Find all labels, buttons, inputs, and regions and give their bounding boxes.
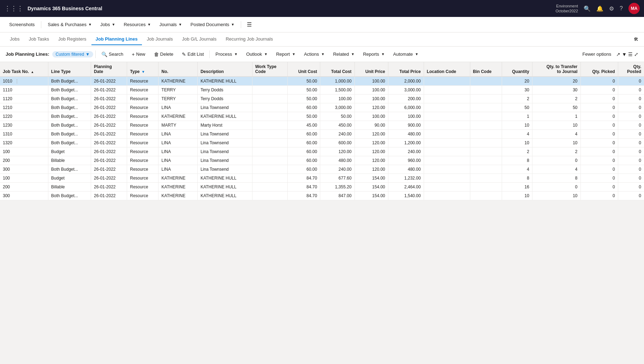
cell-9[interactable]: 100.00: [354, 112, 388, 121]
cell-11[interactable]: [424, 112, 470, 121]
col-qty-posted[interactable]: Qty. Posted: [618, 62, 644, 77]
cell-16[interactable]: 0: [618, 183, 644, 192]
cell-12[interactable]: [470, 174, 502, 183]
cell-4[interactable]: KATHERINE: [159, 183, 198, 192]
cell-0[interactable]: 1110: [0, 86, 48, 95]
cell-0[interactable]: 200: [0, 183, 48, 192]
cell-13[interactable]: 10: [502, 192, 532, 200]
cell-9[interactable]: 120.00: [354, 147, 388, 156]
cell-6[interactable]: [252, 183, 288, 192]
cell-10[interactable]: 480.00: [388, 130, 424, 139]
cell-5[interactable]: Terry Dodds: [197, 95, 252, 103]
menu-journals[interactable]: Journals ▼: [156, 20, 185, 29]
cell-16[interactable]: 0: [618, 121, 644, 130]
table-row[interactable]: 100Budget26-01-2022ResourceLINALina Town…: [0, 147, 644, 156]
cell-1[interactable]: Budget: [48, 174, 91, 183]
cell-8[interactable]: 50.00: [320, 112, 354, 121]
cell-11[interactable]: [424, 156, 470, 165]
cell-11[interactable]: [424, 147, 470, 156]
cell-9[interactable]: 154.00: [354, 174, 388, 183]
menu-sales-purchases[interactable]: Sales & Purchases ▼: [44, 20, 95, 29]
help-icon[interactable]: ?: [620, 5, 623, 12]
cell-15[interactable]: 0: [580, 121, 618, 130]
cell-4[interactable]: KATHERINE: [159, 77, 198, 86]
cell-0[interactable]: 300: [0, 165, 48, 174]
cell-3[interactable]: Resource: [127, 165, 159, 174]
cell-13[interactable]: 4: [502, 165, 532, 174]
cell-2[interactable]: 26-01-2022: [91, 139, 127, 147]
cell-1[interactable]: Billable: [48, 183, 91, 192]
cell-8[interactable]: 240.00: [320, 130, 354, 139]
cell-8[interactable]: 600.00: [320, 139, 354, 147]
cell-7[interactable]: 50.00: [288, 86, 320, 95]
subnav-jobs[interactable]: Jobs: [6, 34, 24, 45]
cell-12[interactable]: [470, 77, 502, 86]
col-planning-date[interactable]: Planning Date: [91, 62, 127, 77]
cell-13[interactable]: 10: [502, 121, 532, 130]
cell-5[interactable]: KATHERINE HULL: [197, 77, 252, 86]
cell-6[interactable]: [252, 121, 288, 130]
col-location-code[interactable]: Location Code: [424, 62, 470, 77]
cell-9[interactable]: 154.00: [354, 192, 388, 200]
cell-1[interactable]: Both Budget...: [48, 121, 91, 130]
report-button[interactable]: Report ▼: [273, 50, 299, 59]
toolbar-share-icon[interactable]: ↗: [616, 51, 620, 57]
cell-7[interactable]: 50.00: [288, 112, 320, 121]
cell-2[interactable]: 26-01-2022: [91, 95, 127, 103]
col-total-price[interactable]: Total Price: [388, 62, 424, 77]
cell-7[interactable]: 84.70: [288, 183, 320, 192]
subnav-job-gl-journals[interactable]: Job G/L Journals: [178, 34, 221, 45]
cell-15[interactable]: 0: [580, 95, 618, 103]
subnav-job-planning-lines[interactable]: Job Planning Lines: [91, 34, 142, 45]
cell-3[interactable]: Resource: [127, 156, 159, 165]
cell-4[interactable]: LINA: [159, 103, 198, 112]
cell-3[interactable]: Resource: [127, 112, 159, 121]
cell-3[interactable]: Resource: [127, 103, 159, 112]
cell-13[interactable]: 16: [502, 183, 532, 192]
cell-15[interactable]: 0: [580, 86, 618, 95]
cell-13[interactable]: 4: [502, 130, 532, 139]
col-total-cost[interactable]: Total Cost: [320, 62, 354, 77]
cell-16[interactable]: 0: [618, 112, 644, 121]
cell-4[interactable]: LINA: [159, 130, 198, 139]
cell-2[interactable]: 26-01-2022: [91, 192, 127, 200]
cell-5[interactable]: Lina Townsend: [197, 147, 252, 156]
cell-15[interactable]: 0: [580, 112, 618, 121]
cell-16[interactable]: 0: [618, 139, 644, 147]
cell-15[interactable]: 0: [580, 139, 618, 147]
cell-11[interactable]: [424, 77, 470, 86]
cell-2[interactable]: 26-01-2022: [91, 77, 127, 86]
cell-16[interactable]: 0: [618, 147, 644, 156]
cell-10[interactable]: 1,200.00: [388, 139, 424, 147]
cell-0[interactable]: 1310: [0, 130, 48, 139]
cell-9[interactable]: 120.00: [354, 103, 388, 112]
cell-1[interactable]: Both Budget...: [48, 95, 91, 103]
cell-9[interactable]: 120.00: [354, 165, 388, 174]
cell-3[interactable]: Resource: [127, 192, 159, 200]
cell-5[interactable]: Terry Dodds: [197, 86, 252, 95]
cell-16[interactable]: 0: [618, 130, 644, 139]
cell-15[interactable]: 0: [580, 192, 618, 200]
cell-12[interactable]: [470, 121, 502, 130]
cell-1[interactable]: Both Budget...: [48, 139, 91, 147]
cell-8[interactable]: 120.00: [320, 147, 354, 156]
table-row[interactable]: 1220Both Budget...26-01-2022ResourceKATH…: [0, 112, 644, 121]
cell-16[interactable]: 0: [618, 165, 644, 174]
cell-12[interactable]: [470, 165, 502, 174]
cell-1[interactable]: Billable: [48, 156, 91, 165]
outlook-button[interactable]: Outlook ▼: [243, 50, 271, 59]
cell-0[interactable]: 200: [0, 156, 48, 165]
cell-9[interactable]: 90.00: [354, 121, 388, 130]
toolbar-filter-icon[interactable]: ▼: [622, 51, 627, 57]
cell-0[interactable]: 1210: [0, 103, 48, 112]
cell-3[interactable]: Resource: [127, 77, 159, 86]
cell-6[interactable]: [252, 77, 288, 86]
col-quantity[interactable]: Quantity: [502, 62, 532, 77]
cell-14[interactable]: 4: [532, 165, 580, 174]
cell-3[interactable]: Resource: [127, 139, 159, 147]
col-no[interactable]: No.: [159, 62, 198, 77]
cell-14[interactable]: 0: [532, 183, 580, 192]
cell-12[interactable]: [470, 86, 502, 95]
cell-5[interactable]: Lina Townsend: [197, 130, 252, 139]
cell-1[interactable]: Both Budget...: [48, 103, 91, 112]
